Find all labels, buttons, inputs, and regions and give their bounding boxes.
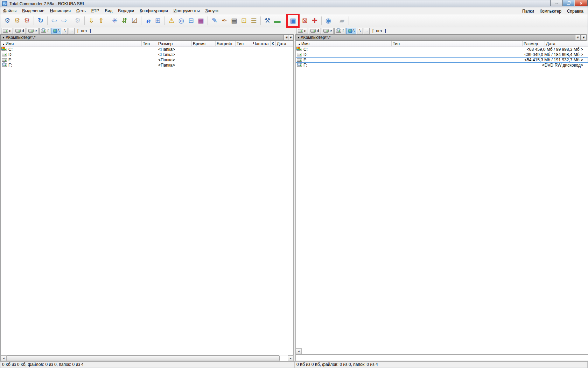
- file-row-c[interactable]: C: <63 459,0 Мб / 99 998,3 Мб >: [296, 47, 588, 52]
- file-row-f[interactable]: F: <Папка>: [1, 63, 293, 68]
- paint-button[interactable]: ✒: [219, 15, 229, 26]
- menu-help[interactable]: Справка: [564, 8, 586, 14]
- pack-button[interactable]: ⇩: [86, 15, 96, 26]
- uninstall-button[interactable]: ⊠: [300, 15, 310, 26]
- path-bar[interactable]: ▼ \\Компьютер\*.*: [0, 34, 284, 41]
- menu-ftp[interactable]: FTP: [89, 8, 102, 14]
- first-aid-button[interactable]: ✚: [310, 15, 320, 26]
- file-row-e-cursor[interactable]: E: <54 415,3 Мб / 191 932,7 Мб >: [296, 57, 588, 63]
- column-header-k[interactable]: К: [272, 41, 274, 46]
- column-header-size[interactable]: Размер: [524, 41, 538, 46]
- compare-button[interactable]: ⊟: [186, 15, 196, 26]
- network-button[interactable]: ⊞: [153, 15, 163, 26]
- title-bar[interactable]: TC Total Commander 7.56a - ROKURA SRL: [0, 0, 588, 7]
- drive-c-button[interactable]: c: [296, 28, 308, 34]
- horizontal-scrollbar[interactable]: ◂ ▸: [0, 355, 294, 361]
- cog-orange-button[interactable]: ⚙: [12, 15, 22, 26]
- column-header-bitrate[interactable]: Битрейт: [217, 41, 233, 46]
- history-button[interactable]: ▼: [581, 34, 587, 41]
- menu-files[interactable]: Файлы: [0, 8, 19, 14]
- menu-net[interactable]: Сеть: [74, 8, 89, 14]
- path-bar[interactable]: ▼ \\Компьютер\*.*: [295, 34, 575, 41]
- refresh-button[interactable]: ↻: [36, 15, 46, 26]
- tools-button[interactable]: ⚒: [262, 15, 272, 26]
- unpack-button[interactable]: ⇧: [96, 15, 106, 26]
- scroll-right-icon[interactable]: ▸: [288, 355, 294, 361]
- burn-cd-button[interactable]: ◉: [323, 15, 333, 26]
- root-button[interactable]: \: [357, 28, 363, 34]
- column-header-name[interactable]: ▲Имя: [298, 41, 309, 46]
- usb-eject-button[interactable]: ▰: [337, 15, 347, 26]
- history-button[interactable]: ▼: [288, 34, 294, 41]
- menu-mark[interactable]: Выделение: [19, 8, 47, 14]
- horizontal-scrollbar[interactable]: ◂: [295, 348, 588, 355]
- column-header-date[interactable]: Дата: [546, 41, 555, 46]
- gear-orange-icon: ⚙: [14, 16, 20, 26]
- menu-view[interactable]: Вид: [102, 8, 115, 14]
- back-button[interactable]: ⇦: [49, 15, 59, 26]
- notepad-button[interactable]: ✎: [210, 15, 219, 26]
- minimize-button[interactable]: [550, 0, 562, 6]
- menu-computer[interactable]: Компьютер: [537, 8, 564, 14]
- menu-tabs[interactable]: Вкладки: [115, 8, 137, 14]
- column-header-frequency[interactable]: Частота: [253, 41, 268, 46]
- maximize-button[interactable]: [562, 0, 574, 6]
- drive-d-button[interactable]: d: [309, 28, 321, 34]
- sort-button[interactable]: ⇵: [120, 15, 130, 26]
- scroll-left-icon[interactable]: ◂: [296, 348, 302, 354]
- file-row-d[interactable]: D: <39 049,0 Мб / 184 998,4 Мб >: [296, 52, 588, 57]
- column-header-type[interactable]: Тип: [393, 41, 400, 46]
- globe-icon: [53, 29, 57, 33]
- menu-folders[interactable]: Папки: [519, 8, 537, 14]
- file-row-f[interactable]: F: <DVD RW дисковод>: [296, 63, 588, 68]
- view-file-button[interactable]: ◎: [176, 15, 186, 26]
- drive-icon: [297, 63, 302, 67]
- calculator-button[interactable]: ▤: [229, 15, 239, 26]
- drive-e-button[interactable]: e: [27, 28, 39, 34]
- gear-disabled-button[interactable]: ⚙: [73, 15, 83, 26]
- scroll-left-icon[interactable]: ◂: [1, 355, 7, 361]
- arrow-left-icon: ⇦: [51, 16, 57, 26]
- column-header-type[interactable]: Тип: [143, 41, 150, 46]
- file-row-d[interactable]: D: <Папка>: [1, 52, 293, 57]
- menu-configuration[interactable]: Конфигурация: [137, 8, 171, 14]
- parent-dir-button[interactable]: ..: [69, 28, 75, 34]
- menu-navigation[interactable]: Навигация: [47, 8, 74, 14]
- multi-rename-button[interactable]: ✳: [110, 15, 120, 26]
- drive-e-button[interactable]: e: [322, 28, 334, 34]
- cog-red-button[interactable]: ⚙: [22, 15, 32, 26]
- menu-tools[interactable]: Инструменты: [171, 8, 203, 14]
- network-root-button[interactable]: \: [51, 28, 61, 34]
- internet-button[interactable]: e: [143, 15, 153, 26]
- total-commander-window: TC Total Commander 7.56a - ROKURA SRL × …: [0, 0, 588, 368]
- scroll-doc-button[interactable]: ☰: [249, 15, 259, 26]
- column-header-size[interactable]: Размер: [158, 41, 173, 46]
- device-button[interactable]: ▬: [272, 15, 282, 26]
- column-header-name[interactable]: ▲Имя: [2, 41, 14, 46]
- thumbnails-button[interactable]: ▦: [196, 15, 206, 26]
- column-header-date[interactable]: Дата: [277, 41, 286, 46]
- verify-button[interactable]: ☑: [130, 15, 139, 26]
- drive-icon: [2, 53, 7, 56]
- network-root-button[interactable]: \: [346, 28, 356, 34]
- menu-start[interactable]: Запуск: [203, 8, 222, 14]
- root-button[interactable]: \: [62, 28, 68, 34]
- file-row-c[interactable]: C: <Папка>: [1, 47, 293, 52]
- drive-c-button[interactable]: c: [1, 28, 13, 34]
- favorites-button[interactable]: ✳: [575, 34, 581, 41]
- column-header-time[interactable]: Время: [193, 41, 205, 46]
- parent-dir-button[interactable]: ..: [364, 28, 370, 34]
- drive-f-button[interactable]: f: [334, 28, 345, 34]
- edit-file-button[interactable]: ⚠: [167, 15, 176, 26]
- drive-d-button[interactable]: d: [14, 28, 26, 34]
- wallpaper-button[interactable]: ▣: [288, 15, 298, 26]
- new-folder-button[interactable]: ⊡: [239, 15, 249, 26]
- file-row-e[interactable]: E: <Папка>: [1, 57, 293, 63]
- forward-button[interactable]: ⇨: [59, 15, 69, 26]
- drive-f-button[interactable]: f: [39, 28, 50, 34]
- ie-globe-icon: e: [146, 16, 150, 26]
- column-header-type2[interactable]: Тип: [237, 41, 244, 46]
- cog-blue-button[interactable]: ⚙: [2, 15, 12, 26]
- scrollbar-thumb[interactable]: [7, 355, 280, 361]
- close-button[interactable]: ×: [575, 0, 588, 6]
